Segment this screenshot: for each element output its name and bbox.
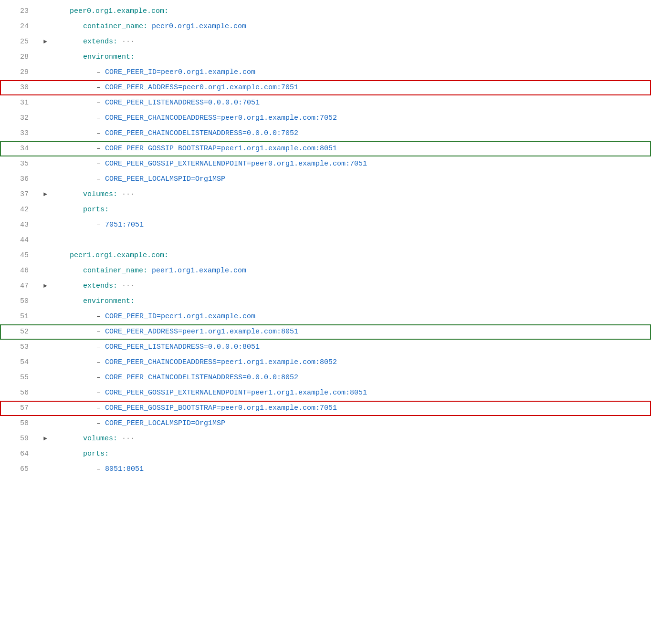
line-content: container_name: peer1.org1.example.com [52,263,651,279]
env-value: CORE_PEER_ADDRESS=peer0.org1.example.com… [105,82,298,93]
line-content: – CORE_PEER_ADDRESS=peer1.org1.example.c… [52,324,651,340]
line-content: extends: ··· [52,279,651,294]
line-gutter [38,462,52,477]
dash-text: – [96,326,105,337]
code-line-53: 53 – CORE_PEER_LISTENADDRESS=0.0.0.0:805… [0,340,651,355]
code-line-59: 59► volumes: ··· [0,431,651,447]
key-text: environment: [83,296,135,307]
line-number: 44 [0,233,38,248]
code-line-43: 43 – 7051:7051 [0,218,651,233]
key-text: ports: [83,448,109,459]
line-number: 53 [0,340,38,355]
dash-text: – [96,97,105,108]
line-content: peer1.org1.example.com: [52,248,651,263]
dash-text: – [96,219,105,230]
line-number: 29 [0,65,38,80]
line-gutter [38,218,52,233]
line-content: – CORE_PEER_CHAINCODEADDRESS=peer1.org1.… [52,355,651,370]
ellipsis-text: ··· [122,433,135,444]
code-line-35: 35 – CORE_PEER_GOSSIP_EXTERNALENDPOINT=p… [0,156,651,172]
dash-text: – [96,113,105,124]
line-number: 42 [0,202,38,218]
line-gutter [38,294,52,309]
line-gutter [38,65,52,80]
code-line-36: 36 – CORE_PEER_LOCALMSPID=Org1MSP [0,172,651,187]
line-gutter[interactable]: ► [38,431,52,447]
line-gutter [38,355,52,370]
env-value: CORE_PEER_ADDRESS=peer1.org1.example.com… [105,326,298,337]
line-number: 56 [0,385,38,401]
code-line-25: 25► extends: ··· [0,34,651,50]
line-gutter [38,340,52,355]
line-gutter [38,370,52,385]
line-gutter [38,401,52,416]
line-content [52,233,651,248]
value-text: peer0.org1.example.com [152,21,246,32]
env-value: CORE_PEER_GOSSIP_BOOTSTRAP=peer0.org1.ex… [105,403,337,414]
line-gutter [38,202,52,218]
env-value: CORE_PEER_LOCALMSPID=Org1MSP [105,174,225,185]
key-text: extends: [83,280,122,291]
code-line-33: 33 – CORE_PEER_CHAINCODELISTENADDRESS=0.… [0,126,651,141]
line-content: ports: [52,447,651,462]
env-value: CORE_PEER_ID=peer1.org1.example.com [105,311,255,322]
line-number: 51 [0,309,38,324]
ellipsis-text: ··· [122,36,135,47]
line-number: 37 [0,187,38,202]
line-gutter[interactable]: ► [38,34,52,50]
code-line-45: 45 peer1.org1.example.com: [0,248,651,263]
code-line-29: 29 – CORE_PEER_ID=peer0.org1.example.com [0,65,651,80]
line-gutter [38,111,52,126]
line-content: – CORE_PEER_LISTENADDRESS=0.0.0.0:7051 [52,95,651,111]
env-value: CORE_PEER_LISTENADDRESS=0.0.0.0:8051 [105,342,260,353]
env-value: CORE_PEER_LISTENADDRESS=0.0.0.0:7051 [105,97,260,108]
env-value: CORE_PEER_CHAINCODEADDRESS=peer0.org1.ex… [105,113,337,124]
dash-text: – [96,128,105,139]
line-number: 57 [0,401,38,416]
line-gutter [38,172,52,187]
line-gutter [38,324,52,340]
line-number: 32 [0,111,38,126]
line-number: 36 [0,172,38,187]
line-number: 34 [0,141,38,156]
line-content: – 8051:8051 [52,462,651,477]
line-content: environment: [52,50,651,65]
code-line-28: 28 environment: [0,50,651,65]
line-gutter[interactable]: ► [38,187,52,202]
line-content: – CORE_PEER_ID=peer1.org1.example.com [52,309,651,324]
line-number: 43 [0,218,38,233]
dash-text: – [96,387,105,398]
line-content: container_name: peer0.org1.example.com [52,19,651,34]
line-number: 31 [0,95,38,111]
line-content: – CORE_PEER_GOSSIP_EXTERNALENDPOINT=peer… [52,385,651,401]
line-gutter[interactable]: ► [38,279,52,294]
code-line-42: 42 ports: [0,202,651,218]
line-gutter [38,248,52,263]
code-line-55: 55 – CORE_PEER_CHAINCODELISTENADDRESS=0.… [0,370,651,385]
code-line-54: 54 – CORE_PEER_CHAINCODEADDRESS=peer1.or… [0,355,651,370]
line-gutter [38,95,52,111]
line-number: 24 [0,19,38,34]
env-value: CORE_PEER_LOCALMSPID=Org1MSP [105,418,225,429]
line-content: – CORE_PEER_GOSSIP_EXTERNALENDPOINT=peer… [52,156,651,172]
port-value: 8051:8051 [105,464,144,475]
env-value: CORE_PEER_GOSSIP_EXTERNALENDPOINT=peer0.… [105,158,367,169]
key-text: container_name: [83,21,152,32]
ellipsis-text: ··· [122,189,135,200]
line-gutter [38,309,52,324]
line-number: 47 [0,279,38,294]
code-line-57: 57 – CORE_PEER_GOSSIP_BOOTSTRAP=peer0.or… [0,401,651,416]
env-value: CORE_PEER_ID=peer0.org1.example.com [105,67,255,78]
line-gutter [38,4,52,19]
line-content: extends: ··· [52,34,651,50]
code-line-34: 34 – CORE_PEER_GOSSIP_BOOTSTRAP=peer1.or… [0,141,651,156]
line-content: – CORE_PEER_CHAINCODEADDRESS=peer0.org1.… [52,111,651,126]
line-number: 28 [0,50,38,65]
line-content: environment: [52,294,651,309]
dash-text: – [96,311,105,322]
env-value: CORE_PEER_CHAINCODELISTENADDRESS=0.0.0.0… [105,128,298,139]
line-content: – CORE_PEER_LISTENADDRESS=0.0.0.0:8051 [52,340,651,355]
key-text: volumes: [83,433,122,444]
dash-text: – [96,342,105,353]
ellipsis-text: ··· [122,280,135,291]
